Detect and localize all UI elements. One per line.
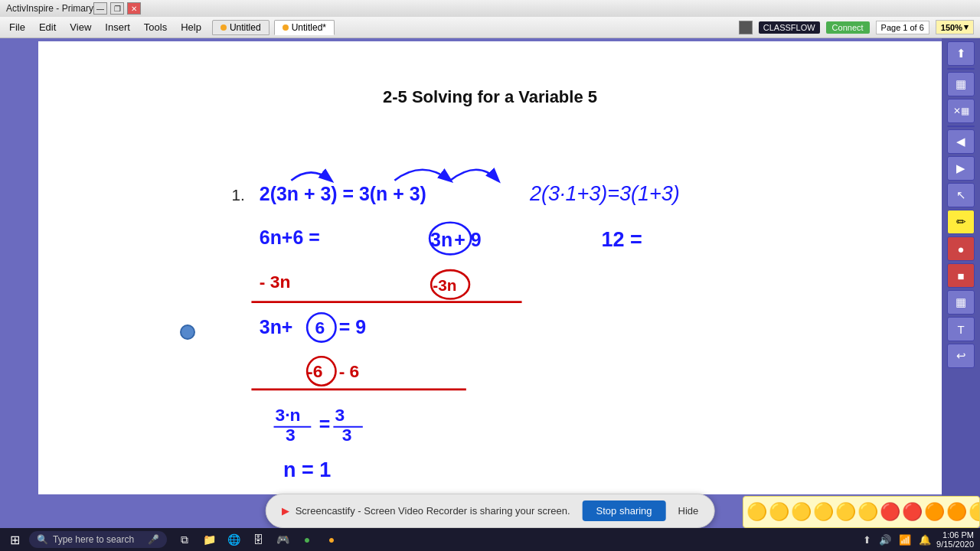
svg-text:3n: 3n — [430, 229, 452, 250]
tab-dot-untitled — [220, 24, 227, 31]
svg-text:2(3·1+3)=3(1+3): 2(3·1+3)=3(1+3) — [529, 182, 680, 205]
svg-text:3: 3 — [342, 425, 352, 445]
screencastify-icon: ▶ — [282, 505, 289, 517]
browser1[interactable]: 🌐 — [222, 528, 245, 551]
mic-icon: 🎤 — [148, 534, 159, 545]
taskbar-right: ⬆ 🔊 📶 🔔 1:06 PM 9/15/2020 — [861, 530, 980, 549]
menu-help[interactable]: Help — [175, 20, 207, 34]
sticker-3[interactable]: 🟡 — [791, 502, 812, 522]
tab-untitled-star[interactable]: Untitled* — [274, 20, 335, 35]
taskbar: ⊞ 🔍 Type here to search 🎤 ⧉ 📁 🌐 🗄 🎮 ● ● … — [0, 528, 980, 551]
app1[interactable]: 🗄 — [247, 528, 270, 551]
search-icon: 🔍 — [37, 534, 48, 545]
title-bar-controls: — ❐ ✕ — [93, 2, 141, 15]
menu-view[interactable]: View — [64, 20, 97, 34]
chrome2[interactable]: ● — [320, 528, 343, 551]
sticker-9[interactable]: 🟠 — [924, 502, 945, 522]
menu-file[interactable]: File — [3, 20, 31, 34]
system-icon-2: 🔊 — [879, 534, 891, 546]
sticker-11[interactable]: 🟡 — [969, 502, 980, 522]
svg-text:6n+6 =: 6n+6 = — [260, 227, 320, 248]
classflow-label: CLASSFLOW — [759, 21, 820, 34]
sticker-7[interactable]: 🔴 — [880, 502, 900, 522]
file-explorer[interactable]: 📁 — [198, 528, 220, 551]
right-toolbar: ⬆ ▦ ✕▦ ◀ ▶ ↖ ✏ ● ■ ▦ T ↩ — [942, 38, 980, 497]
svg-text:1.: 1. — [231, 186, 244, 204]
zoom-dropdown-icon[interactable]: ▾ — [964, 22, 969, 32]
close-button[interactable]: ✕ — [127, 2, 141, 15]
notification-icon[interactable]: 🔔 — [919, 534, 931, 546]
sticker-bar: 🟡 🟡 🟡 🟡 🟡 🟡 🔴 🔴 🟠 🟠 🟡 🟡 🟡 — [743, 496, 980, 528]
page-info: Page 1 of 6 — [876, 21, 929, 34]
app-title: ActivInspire - Primary — [6, 3, 93, 14]
search-text: Type here to search — [53, 534, 134, 545]
text-tool[interactable]: T — [947, 317, 975, 341]
header-icon — [739, 21, 753, 34]
taskbar-apps: ⧉ 📁 🌐 🗄 🎮 ● ● — [173, 528, 343, 551]
sticker-10[interactable]: 🟠 — [946, 502, 967, 522]
menu-bar: File Edit View Insert Tools Help Untitle… — [0, 17, 980, 38]
svg-text:3: 3 — [286, 425, 296, 445]
svg-text:- 3n: - 3n — [260, 272, 291, 292]
hide-button[interactable]: Hide — [678, 505, 699, 517]
sticker-4[interactable]: 🟡 — [813, 502, 834, 522]
taskbar-search[interactable]: 🔍 Type here to search 🎤 — [29, 531, 167, 548]
nav-fwd[interactable]: ▶ — [947, 156, 975, 181]
svg-text:n = 1: n = 1 — [283, 458, 331, 481]
svg-text:- 6: - 6 — [339, 361, 360, 381]
taskbar-clock: 1:06 PM 9/15/2020 — [936, 530, 974, 549]
svg-text:6: 6 — [315, 318, 325, 337]
sticker-1[interactable]: 🟡 — [746, 502, 767, 522]
maximize-button[interactable]: ❐ — [110, 2, 124, 15]
svg-text:12 =: 12 = — [601, 228, 642, 251]
share-button[interactable]: ⬆ — [947, 41, 975, 66]
media-button[interactable]: ▦ — [947, 290, 975, 315]
activinspire[interactable]: 🎮 — [271, 528, 294, 551]
tab-untitled[interactable]: Untitled — [212, 20, 270, 35]
svg-text:2(3n + 3) = 3(n + 3): 2(3n + 3) = 3(n + 3) — [260, 183, 426, 204]
math-canvas: 1. 2(3n + 3) = 3(n + 3) 2(3·1+3)=3(1+3) … — [38, 41, 942, 494]
task-view[interactable]: ⧉ — [173, 528, 196, 551]
nav-back[interactable]: ◀ — [947, 129, 975, 154]
menu-edit[interactable]: Edit — [33, 20, 62, 34]
svg-text:3: 3 — [335, 405, 345, 425]
cursor-tool[interactable]: ↖ — [947, 183, 975, 207]
page-indicator[interactable] — [180, 324, 195, 340]
tab-dot-active — [283, 24, 289, 31]
svg-text:+ 9: + 9 — [454, 229, 481, 250]
sticker-2[interactable]: 🟡 — [769, 502, 789, 522]
sticker-6[interactable]: 🟡 — [858, 502, 878, 522]
grid-button-2[interactable]: ✕▦ — [947, 99, 975, 123]
svg-text:-3n: -3n — [433, 276, 456, 294]
zoom-control[interactable]: 150% ▾ — [936, 20, 974, 34]
sticker-5[interactable]: 🟡 — [835, 502, 856, 522]
header-right: CLASSFLOW Connect Page 1 of 6 150% ▾ — [739, 20, 974, 34]
svg-text:3n+: 3n+ — [260, 316, 293, 337]
menu-insert[interactable]: Insert — [99, 20, 136, 34]
screencastify-text: Screencastify - Screen Video Recorder is… — [296, 505, 570, 517]
svg-text:=: = — [319, 413, 331, 435]
system-icon-1: ⬆ — [863, 534, 871, 546]
system-icon-3: 📶 — [899, 534, 911, 546]
svg-text:-6: -6 — [307, 361, 322, 381]
svg-text:= 9: = 9 — [339, 316, 366, 337]
separator — [947, 68, 975, 70]
color-tool[interactable]: ■ — [947, 263, 975, 288]
chrome1[interactable]: ● — [296, 528, 318, 551]
title-bar: ActivInspire - Primary — ❐ ✕ — [0, 0, 980, 17]
stop-sharing-button[interactable]: Stop sharing — [583, 500, 666, 521]
connect-button[interactable]: Connect — [826, 21, 870, 34]
grid-button-1[interactable]: ▦ — [947, 72, 975, 96]
pen-tool[interactable]: ✏ — [947, 210, 975, 234]
screencastify-message: ▶ Screencastify - Screen Video Recorder … — [282, 505, 570, 517]
separator-2 — [947, 126, 975, 127]
svg-text:3·n: 3·n — [276, 405, 301, 425]
undo-button[interactable]: ↩ — [947, 344, 975, 368]
screencastify-bar: ▶ Screencastify - Screen Video Recorder … — [266, 494, 715, 528]
minimize-button[interactable]: — — [93, 2, 107, 15]
sticker-8[interactable]: 🔴 — [902, 502, 923, 522]
fill-tool[interactable]: ● — [947, 236, 975, 261]
menu-tools[interactable]: Tools — [138, 20, 173, 34]
start-button[interactable]: ⊞ — [0, 528, 29, 551]
